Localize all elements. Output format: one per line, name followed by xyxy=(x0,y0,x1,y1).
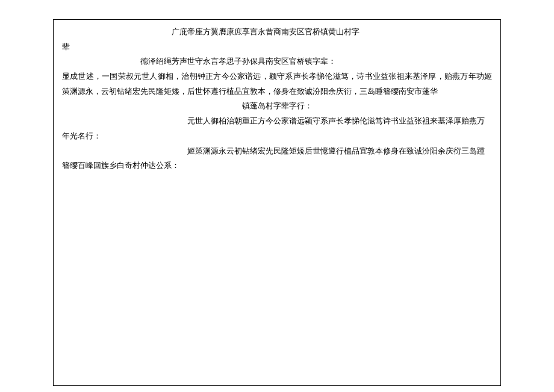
line-3: 德泽绍绳芳声世守永言孝思子孙保具南安区官桥镇字辈： xyxy=(62,54,492,69)
line-1: 广庇帝座方翼膺康庶享言永昔商南安区官桥镇黄山村字 xyxy=(62,25,492,40)
document-frame: 广庇帝座方翼膺康庶享言永昔商南安区官桥镇黄山村字 辈 德泽绍绳芳声世守永言孝思子… xyxy=(53,19,501,386)
line-5: 镇蓬岛村字辈字行： xyxy=(62,99,492,114)
line-2: 辈 xyxy=(62,40,492,55)
line-6: 元世人御柏治朝重正方今公家谱远颖守系声长孝悌伦滋笃诗书业益张祖来基泽厚贻燕万年光… xyxy=(62,114,492,143)
line-7: 姬策渊源永云初钻绪宏先民隆矩矮后世憶遵行植品宜敦本修身在致诚汾阳余庆衍三岛踵簪缨… xyxy=(62,144,492,173)
line-4: 显成世述，一国荣叔元世人御相，治朝钟正方今公家谱远，颖守系声长孝悌伦滋笃，诗书业… xyxy=(62,69,492,99)
